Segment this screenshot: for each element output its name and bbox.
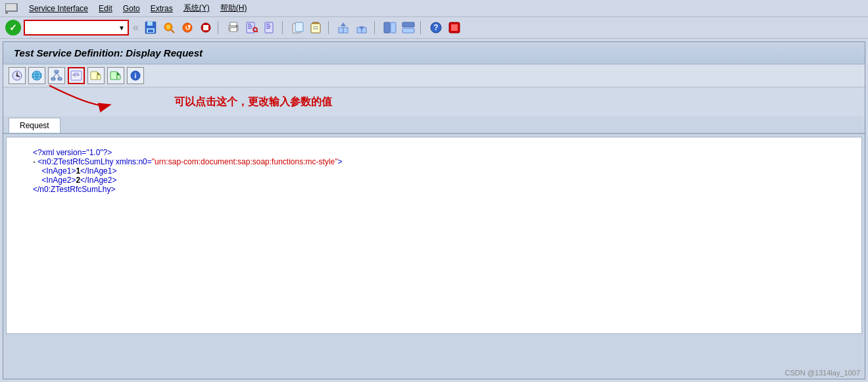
annotation-text: 可以点击这个，更改输入参数的值 (174, 95, 332, 109)
svg-rect-25 (266, 24, 270, 25)
page-title: Test Service Definition: Display Request (14, 47, 203, 59)
svg-rect-35 (343, 28, 348, 33)
svg-rect-2 (5, 12, 8, 14)
xml-line-3: <InAge1>1</InAge1> (33, 166, 835, 176)
download-button[interactable] (354, 20, 370, 36)
main-toolbar: ✓ ▼ « ↺ (0, 17, 868, 39)
layout2-button[interactable] (400, 20, 416, 36)
tab-bar: Request (3, 116, 865, 134)
save-button[interactable] (143, 20, 158, 36)
svg-rect-32 (313, 26, 318, 28)
separator3 (328, 21, 332, 34)
menu-edit[interactable]: Edit (99, 4, 112, 13)
svg-marker-69 (117, 72, 120, 75)
menu-bar: Service Interface Edit Goto Extras 系统(Y)… (0, 0, 868, 17)
separator4 (374, 21, 378, 34)
copy-button[interactable] (290, 20, 306, 36)
stop-button[interactable] (198, 20, 214, 36)
search-button[interactable] (161, 20, 177, 36)
annotation-arrow-svg (43, 82, 174, 115)
svg-rect-20 (248, 26, 253, 27)
xml-line-2: - <n0:ZTestRfcSumLhy xmlns:n0="urn:sap-c… (33, 157, 835, 166)
svg-rect-43 (402, 28, 414, 33)
svg-text:i: i (135, 72, 137, 80)
paste-button[interactable] (308, 20, 324, 36)
svg-rect-17 (236, 26, 237, 27)
svg-text:?: ? (433, 23, 438, 32)
separator2 (282, 21, 286, 34)
menu-system[interactable]: 系统(Y) (183, 3, 210, 14)
xml-line-5: </n0:ZTestRfcSumLhy> (33, 185, 835, 194)
svg-rect-21 (248, 28, 252, 29)
svg-point-9 (166, 25, 170, 29)
svg-line-60 (53, 73, 57, 78)
svg-rect-27 (266, 28, 270, 29)
svg-rect-64 (74, 73, 78, 75)
menu-service-interface[interactable]: Service Interface (29, 4, 88, 13)
svg-rect-19 (248, 24, 251, 25)
tab-content-outer: <?xml version="1.0"?> - <n0:ZTestRfcSumL… (3, 134, 865, 379)
svg-marker-36 (341, 22, 346, 26)
help-button[interactable]: ? (428, 20, 444, 36)
annotation-row: 可以点击这个，更改输入参数的值 (3, 87, 865, 116)
svg-rect-26 (266, 26, 271, 27)
separator1 (218, 21, 222, 34)
refresh-button[interactable]: ↺ (180, 20, 195, 36)
layout1-button[interactable] (382, 20, 398, 36)
main-content-area: Test Service Definition: Display Request (3, 41, 865, 379)
svg-marker-66 (97, 72, 101, 75)
svg-rect-4 (147, 22, 153, 26)
svg-rect-15 (230, 22, 237, 26)
xml-content-area: <?xml version="1.0"?> - <n0:ZTestRfcSumL… (6, 137, 862, 334)
xml-line-1: <?xml version="1.0"?> (33, 148, 835, 157)
watermark: CSDN @1314lay_1007 (784, 369, 860, 377)
find-button[interactable] (244, 20, 260, 36)
svg-rect-67 (97, 75, 101, 80)
svg-rect-6 (148, 30, 153, 32)
xml-line-4: <InAge2>2</InAge2> (33, 176, 835, 185)
svg-line-8 (171, 30, 174, 33)
upload-button[interactable] (336, 20, 352, 36)
status-button[interactable] (446, 20, 462, 36)
svg-rect-70 (117, 75, 120, 80)
svg-rect-33 (313, 28, 318, 30)
svg-rect-34 (339, 28, 343, 33)
clock-button[interactable] (9, 67, 26, 84)
svg-rect-68 (110, 72, 117, 80)
nav-back-icon: « (133, 22, 139, 34)
command-dropdown[interactable]: ▼ (24, 20, 129, 36)
svg-rect-57 (55, 70, 59, 73)
svg-rect-58 (51, 78, 55, 80)
app-icon (5, 3, 18, 14)
svg-rect-41 (391, 22, 396, 33)
menu-goto[interactable]: Goto (123, 4, 140, 13)
svg-rect-29 (295, 22, 303, 32)
print-button[interactable] (226, 20, 241, 36)
svg-rect-16 (230, 28, 237, 32)
svg-line-61 (57, 73, 60, 78)
svg-rect-65 (91, 72, 97, 80)
arrow-area (3, 89, 135, 115)
ok-button[interactable]: ✓ (5, 20, 21, 36)
svg-rect-59 (58, 78, 62, 80)
menu-extras[interactable]: Extras (151, 4, 173, 13)
svg-point-51 (16, 75, 18, 77)
svg-line-23 (256, 31, 258, 32)
separator5 (420, 21, 424, 34)
svg-rect-40 (384, 22, 390, 33)
svg-rect-13 (203, 25, 208, 30)
menu-help[interactable]: 帮助(H) (220, 3, 247, 14)
find-next-button[interactable] (262, 20, 278, 36)
svg-rect-1 (7, 5, 16, 10)
svg-rect-42 (402, 22, 414, 27)
tab-request[interactable]: Request (9, 118, 60, 133)
svg-rect-47 (451, 24, 458, 31)
svg-text:↺: ↺ (184, 24, 190, 32)
dropdown-arrow-icon[interactable]: ▼ (118, 24, 125, 32)
page-header: Test Service Definition: Display Request (3, 42, 865, 64)
